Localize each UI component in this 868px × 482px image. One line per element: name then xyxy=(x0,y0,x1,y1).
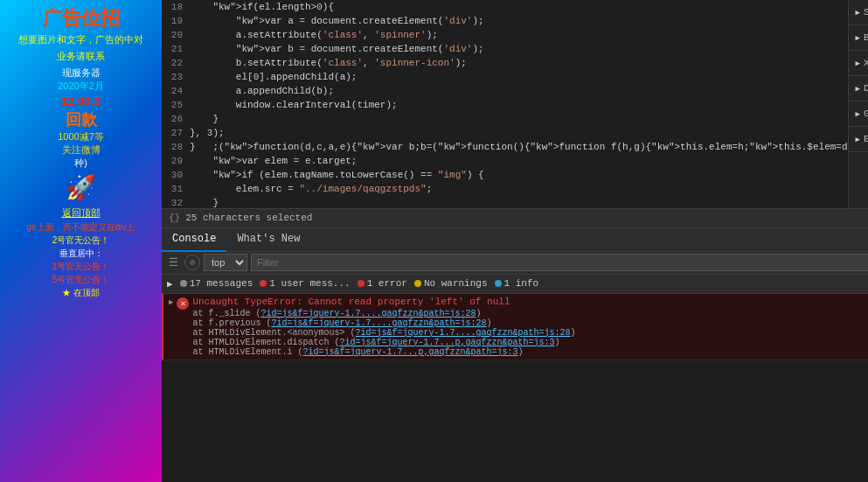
console-messages: ▶ 17 messages 1 user mess... 1 error No … xyxy=(162,275,868,483)
ad-page-notice1: ge上面，而不能定义在div上 xyxy=(27,221,135,234)
line-content: b.setAttribute('class', 'spinner-icon'); xyxy=(190,56,467,70)
line-number: 32 xyxy=(162,196,190,208)
console-message-error: ▶ ✕ Uncaught TypeError: Cannot read prop… xyxy=(162,294,868,360)
ad-subtitle2: 业务请联系 xyxy=(57,50,105,63)
panel-section-title: ▶Global Listeners xyxy=(856,105,868,122)
panel-section-scope[interactable]: ▶Scope xyxy=(849,0,868,25)
ad-time: 12:00:3 xyxy=(61,94,101,108)
triangle-icon: ▶ xyxy=(856,135,860,144)
code-line: 26 } xyxy=(162,112,848,126)
line-number: 21 xyxy=(162,42,190,56)
clear-console-icon[interactable]: ⊘ xyxy=(184,255,200,270)
code-line: 18 "kw">if(el.length>0){ xyxy=(162,0,848,14)
line-content: } xyxy=(190,196,219,208)
line-number: 31 xyxy=(162,182,190,196)
ad-notice4: 5号官无公告！ xyxy=(52,274,110,286)
panel-section-dom-breakpoints[interactable]: ▶DOM Breakpoints xyxy=(849,76,868,101)
messages-dot xyxy=(180,280,187,287)
console-summary-row: ▶ 17 messages 1 user mess... 1 error No … xyxy=(162,275,868,294)
ad-follow: 关注微博 xyxy=(62,143,101,157)
user-messages-count: 1 user mess... xyxy=(269,278,350,289)
ad-back[interactable]: 返回顶部 xyxy=(62,206,101,220)
line-content: "kw">if(el.length>0){ xyxy=(190,0,334,14)
line-content: "kw">var b = document.createElement('div… xyxy=(190,42,484,56)
code-line: 20 a.setAttribute('class', 'spinner'); xyxy=(162,28,848,42)
code-line: 32 } xyxy=(162,196,848,208)
code-line: 19 "kw">var a = document.createElement('… xyxy=(162,14,848,28)
line-number: 26 xyxy=(162,112,190,126)
summary-expand-icon[interactable]: ▶ xyxy=(167,278,173,290)
stack-link-2[interactable]: ?id=js&f=jquery-1.7....gaqfzzn&path=js:2… xyxy=(271,318,486,328)
line-number: 18 xyxy=(162,0,190,14)
warnings-dot xyxy=(414,280,421,287)
console-tab-console[interactable]: Console xyxy=(162,227,226,252)
error-icon: ✕ xyxy=(177,297,189,310)
line-number: 28 xyxy=(162,140,190,154)
ad-server: 现服务器 xyxy=(62,66,101,80)
filter-input[interactable] xyxy=(251,254,868,271)
code-line: 30 "kw">if (elem.tagName.toLowerCase() =… xyxy=(162,168,848,182)
code-line: 28} ;("kw">function(d,c,a,e){"kw">var b;… xyxy=(162,140,848,154)
triangle-icon: ▶ xyxy=(856,59,860,68)
ad-on-top: ★ 在顶部 xyxy=(62,287,100,299)
ad-action: 回款 xyxy=(66,109,97,130)
panel-section-label: Scope xyxy=(864,7,868,17)
error-type: Uncaught TypeError: Cannot read property… xyxy=(192,297,510,307)
context-select[interactable]: top xyxy=(204,254,247,271)
line-content: a.setAttribute('class', 'spinner'); xyxy=(190,28,438,42)
ad-panel: 广告位招 想要图片和文字，广告的中对 业务请联系 现服务器 2020年2月 12… xyxy=(0,0,162,482)
curly-braces-icon: {} xyxy=(169,213,180,223)
panel-section-global-listeners[interactable]: ▶Global Listeners xyxy=(849,101,868,127)
right-panel: ▶Scope▶Breakpoints▶XHR/fetch Breakpoints… xyxy=(848,0,868,208)
panel-section-title: ▶DOM Breakpoints xyxy=(856,80,868,97)
warnings-count: No warnings xyxy=(424,278,488,289)
code-line: 23 el[0].appendChild(a); xyxy=(162,70,848,84)
panel-section-breakpoints[interactable]: ▶Breakpoints xyxy=(849,25,868,51)
stack-line-1: at f._slide (?id=js&f=jquery-1.7....gaqf… xyxy=(192,309,868,318)
panel-section-label: DOM Breakpoints xyxy=(864,83,868,94)
selected-text: 25 characters selected xyxy=(185,213,312,223)
panel-section-title: ▶XHR/fetch Breakpoints xyxy=(856,54,868,72)
code-line: 27}, 3); xyxy=(162,126,848,140)
ad-discount: 1000减7等 xyxy=(58,130,104,143)
console-filter-row: ☰ ⊘ top Default levels ▾ xyxy=(162,252,868,275)
panel-section-label: Event Listener Breakpoints xyxy=(864,134,868,144)
console-tab-what's-new[interactable]: What's New xyxy=(226,227,310,252)
ad-page-notice2: 2号官无公告！ xyxy=(52,234,110,247)
line-number: 24 xyxy=(162,84,190,98)
code-lines: 18 "kw">if(el.length>0){19 "kw">var a = … xyxy=(162,0,848,208)
panel-section-event-listener-breakpoints[interactable]: ▶Event Listener Breakpoints xyxy=(849,127,868,152)
line-number: 22 xyxy=(162,56,190,70)
line-content: }, 3); xyxy=(190,126,225,140)
code-line: 29 "kw">var elem = e.target; xyxy=(162,154,848,168)
stack-line-5: at HTMLDivElement.i (?id=js&f=jquery-1.7… xyxy=(192,347,868,357)
line-content: a.appendChild(b); xyxy=(190,84,334,98)
triangle-icon: ▶ xyxy=(856,8,860,17)
line-number: 27 xyxy=(162,126,190,140)
panel-section-title: ▶Breakpoints xyxy=(856,29,868,46)
stack-line-2: at f.previous (?id=js&f=jquery-1.7....ga… xyxy=(192,318,868,328)
ad-subtitle: 想要图片和文字，广告的中对 xyxy=(18,33,143,46)
stack-link-3[interactable]: ?id=js&f=jquery-1.7....gaqfzzn&path=js:2… xyxy=(355,328,570,338)
triangle-icon: ▶ xyxy=(856,109,860,119)
line-number: 23 xyxy=(162,70,190,84)
panel-section-label: Breakpoints xyxy=(864,32,868,43)
line-number: 30 xyxy=(162,168,190,182)
panel-section-title: ▶Scope xyxy=(856,3,868,21)
errors-dot xyxy=(358,280,365,287)
line-content: elem.src = "../images/qaqgzstpds"; xyxy=(190,182,432,196)
code-line: 31 elem.src = "../images/qaqgzstpds"; xyxy=(162,182,848,196)
devtools-main: 18 "kw">if(el.length>0){19 "kw">var a = … xyxy=(162,0,868,482)
code-line: 22 b.setAttribute('class', 'spinner-icon… xyxy=(162,56,848,70)
summary-info: 1 info xyxy=(495,278,539,289)
line-content: } xyxy=(190,112,219,126)
panel-section-xhr/fetch-breakpoints[interactable]: ▶XHR/fetch Breakpoints xyxy=(849,51,868,76)
code-line: 21 "kw">var b = document.createElement('… xyxy=(162,42,848,56)
sidebar-toggle-icon[interactable]: ☰ xyxy=(165,255,181,270)
stack-link-5[interactable]: ?id=js&f=jquery-1.7...p,gaqfzzn&path=js:… xyxy=(302,347,517,357)
console-toolbar: ConsoleWhat's NewClick to show Coverage … xyxy=(162,227,868,252)
stack-link-4[interactable]: ?id=js&f=jquery-1.7...p,gaqfzzn&path=js:… xyxy=(339,338,554,347)
stack-link-1[interactable]: ?id=js&f=jquery-1.7....gaqfzzn&path=js:2… xyxy=(260,309,476,318)
messages-count: 17 messages xyxy=(190,278,253,289)
expand-arrow-icon[interactable]: ▶ xyxy=(169,297,173,307)
